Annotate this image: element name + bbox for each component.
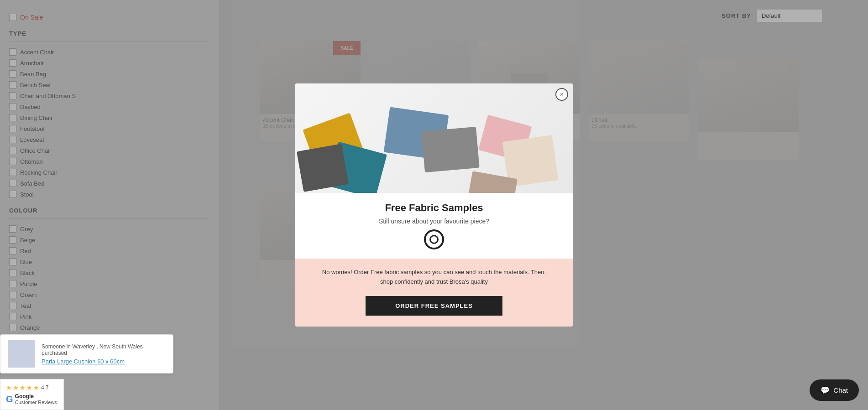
brosa-logo-inner [429,235,439,244]
toast-text: Someone in Waverley , New South Wales pu… [42,343,166,356]
toast-product-image [8,340,35,368]
modal-subtitle: Still unsure about your favourite piece? [318,218,550,225]
modal-image-section [295,83,573,193]
order-samples-button[interactable]: ORDER FREE SAMPLES [366,296,502,316]
modal-text-section: Free Fabric Samples Still unsure about y… [295,193,573,259]
toast-content: Someone in Waverley , New South Wales pu… [42,343,166,365]
modal-title: Free Fabric Samples [318,202,550,214]
google-g-icon: G [6,394,13,405]
free-samples-modal: × Free Fabric Samples Still unsure about… [295,83,573,327]
brosa-logo-circle [424,229,444,249]
chat-icon: 💬 [821,386,830,394]
chat-label: Chat [833,386,848,394]
purchase-toast: Someone in Waverley , New South Wales pu… [0,334,173,374]
google-label: Google [15,393,57,400]
modal-pink-section: No worries! Order Free fabric samples so… [295,259,573,327]
chat-button[interactable]: 💬 Chat [810,379,859,401]
google-reviews-label: Customer Reviews [15,400,57,405]
modal-close-button[interactable]: × [555,88,568,101]
rating-value: 4.7 [41,384,49,391]
toast-product-link[interactable]: Parla Large Cushion 60 x 60cm [42,358,166,365]
modal-description: No worries! Order Free fabric samples so… [318,268,550,287]
star-rating: ★ ★ ★ ★ ★ [6,384,39,391]
google-reviews-badge: ★ ★ ★ ★ ★ 4.7 G Google Customer Reviews [0,379,64,410]
swatch-mid-grey [421,127,479,172]
swatch-dark-grey [297,144,349,192]
brosa-logo [318,229,550,249]
